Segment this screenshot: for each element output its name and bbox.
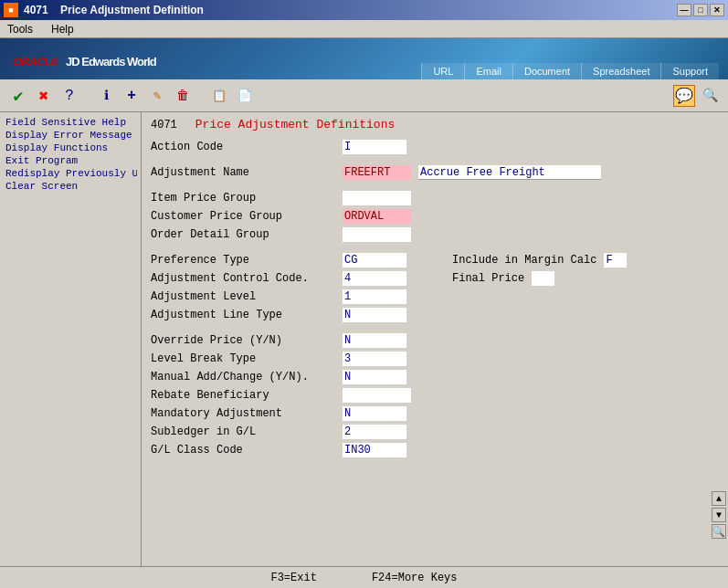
form-header: 4071 Price Adjustment Definitions bbox=[151, 118, 719, 131]
oracle-logo: ORACLE JD Edwards World bbox=[9, 47, 156, 71]
mandatory-adjustment-row: Mandatory Adjustment bbox=[151, 405, 719, 422]
scroll-down-button[interactable]: ▼ bbox=[712, 508, 726, 522]
title-text: Price Adjustment Definition bbox=[60, 4, 204, 16]
toolbar-add[interactable]: + bbox=[121, 85, 142, 107]
main-content: Field Sensitive Help Display Error Messa… bbox=[0, 112, 728, 566]
adjustment-line-type-label: Adjustment Line Type bbox=[151, 309, 343, 321]
item-price-group-label: Item Price Group bbox=[151, 192, 343, 205]
adjustment-control-row: Adjustment Control Code. Final Price bbox=[151, 270, 719, 287]
toolbar-edit[interactable]: ✎ bbox=[146, 85, 168, 107]
menu-help[interactable]: Help bbox=[47, 22, 78, 37]
form-area-wrapper: 4071 Price Adjustment Definitions Action… bbox=[142, 112, 728, 566]
order-detail-group-input[interactable] bbox=[343, 227, 411, 242]
adjustment-control-label: Adjustment Control Code. bbox=[151, 272, 343, 285]
sidebar-item-field-sensitive-help[interactable]: Field Sensitive Help bbox=[4, 116, 137, 129]
toolbar-help[interactable]: ? bbox=[58, 85, 80, 107]
status-f3: F3=Exit bbox=[270, 572, 316, 584]
adjustment-name-label: Adjustment Name bbox=[151, 166, 343, 179]
nav-spreadsheet[interactable]: Spreadsheet bbox=[581, 63, 660, 79]
sidebar-item-display-functions[interactable]: Display Functions bbox=[4, 142, 137, 154]
subledger-gl-input[interactable] bbox=[343, 425, 406, 439]
item-price-group-row: Item Price Group bbox=[151, 190, 719, 206]
form-title: Price Adjustment Definitions bbox=[195, 118, 395, 131]
gl-class-code-row: G/L Class Code bbox=[151, 442, 719, 458]
maximize-button[interactable]: □ bbox=[693, 4, 708, 16]
adjustment-control-input[interactable] bbox=[343, 271, 406, 286]
title-bar: ■ 4071 Price Adjustment Definition — □ ✕ bbox=[0, 0, 728, 20]
override-price-input[interactable] bbox=[343, 333, 406, 348]
form-area: 4071 Price Adjustment Definitions Action… bbox=[142, 112, 728, 466]
banner-nav: URL Email Document Spreadsheet Support bbox=[421, 63, 719, 79]
order-detail-group-label: Order Detail Group bbox=[151, 228, 343, 241]
customer-price-group-label: Customer Price Group bbox=[151, 210, 343, 223]
customer-price-group-input[interactable] bbox=[343, 209, 411, 224]
form-id: 4071 bbox=[151, 119, 177, 131]
subledger-gl-label: Subledger in G/L bbox=[151, 425, 343, 438]
window-controls: — □ ✕ bbox=[677, 4, 724, 16]
action-code-label: Action Code bbox=[151, 141, 343, 153]
nav-url[interactable]: URL bbox=[421, 63, 464, 79]
preference-type-row: Preference Type Include in Margin Calc bbox=[151, 252, 719, 268]
sidebar-item-exit-program[interactable]: Exit Program bbox=[4, 154, 137, 167]
include-margin-input[interactable] bbox=[604, 253, 627, 268]
action-code-row: Action Code bbox=[151, 139, 719, 155]
level-break-type-label: Level Break Type bbox=[151, 352, 343, 365]
toolbar-search[interactable]: 🔍 bbox=[699, 85, 721, 107]
status-bar: F3=Exit F24=More Keys bbox=[0, 566, 728, 588]
subledger-gl-row: Subledger in G/L bbox=[151, 424, 719, 440]
override-price-row: Override Price (Y/N) bbox=[151, 332, 719, 349]
sidebar-item-clear-screen[interactable]: Clear Screen bbox=[4, 180, 137, 193]
level-break-type-row: Level Break Type bbox=[151, 351, 719, 367]
menu-tools[interactable]: Tools bbox=[4, 22, 37, 37]
nav-email[interactable]: Email bbox=[464, 63, 512, 79]
adjustment-name-desc-input[interactable] bbox=[418, 165, 601, 180]
final-price-label: Final Price bbox=[452, 272, 524, 285]
action-code-input[interactable] bbox=[343, 140, 406, 154]
adjustment-level-input[interactable] bbox=[343, 289, 406, 304]
mandatory-adjustment-input[interactable] bbox=[343, 406, 406, 421]
mandatory-adjustment-label: Mandatory Adjustment bbox=[151, 407, 343, 420]
nav-document[interactable]: Document bbox=[512, 63, 581, 79]
toolbar-cancel[interactable]: ✖ bbox=[33, 85, 55, 107]
sidebar-item-display-error[interactable]: Display Error Message bbox=[4, 129, 137, 142]
sidebar: Field Sensitive Help Display Error Messa… bbox=[0, 112, 142, 566]
preference-type-input[interactable] bbox=[343, 253, 406, 268]
include-margin-label: Include in Margin Calc bbox=[452, 254, 596, 267]
toolbar-copy[interactable]: 📋 bbox=[208, 85, 230, 107]
jde-text: JD Edwards World bbox=[66, 55, 156, 68]
final-price-input[interactable] bbox=[532, 271, 554, 286]
item-price-group-input[interactable] bbox=[343, 191, 411, 205]
nav-support[interactable]: Support bbox=[660, 63, 719, 79]
toolbar-delete[interactable]: 🗑 bbox=[172, 85, 194, 107]
close-button[interactable]: ✕ bbox=[710, 4, 724, 16]
manual-add-change-input[interactable] bbox=[343, 370, 406, 384]
level-break-type-input[interactable] bbox=[343, 352, 406, 366]
manual-add-change-row: Manual Add/Change (Y/N). bbox=[151, 369, 719, 385]
window-title: 4071 Price Adjustment Definition bbox=[24, 4, 677, 16]
zoom-button[interactable]: 🔍 bbox=[712, 524, 726, 539]
right-scroll: ▲ ▼ 🔍 bbox=[712, 491, 726, 539]
toolbar-info[interactable]: ℹ bbox=[95, 85, 117, 107]
scroll-up-button[interactable]: ▲ bbox=[712, 491, 726, 506]
rebate-beneficiary-row: Rebate Beneficiary bbox=[151, 387, 719, 404]
rebate-beneficiary-input[interactable] bbox=[343, 388, 411, 403]
adjustment-line-type-row: Adjustment Line Type bbox=[151, 307, 719, 323]
toolbar-chat[interactable]: 💬 bbox=[673, 85, 695, 107]
status-f24: F24=More Keys bbox=[372, 572, 458, 584]
adjustment-name-row: Adjustment Name bbox=[151, 164, 719, 181]
adjustment-name-input[interactable] bbox=[343, 165, 411, 180]
order-detail-group-row: Order Detail Group bbox=[151, 226, 719, 243]
app-icon: ■ bbox=[4, 3, 18, 17]
adjustment-line-type-input[interactable] bbox=[343, 308, 406, 322]
toolbar-paste[interactable]: 📄 bbox=[234, 85, 256, 107]
minimize-button[interactable]: — bbox=[677, 4, 691, 16]
customer-price-group-row: Customer Price Group bbox=[151, 208, 719, 225]
override-price-label: Override Price (Y/N) bbox=[151, 334, 343, 347]
manual-add-change-label: Manual Add/Change (Y/N). bbox=[151, 371, 343, 383]
menu-bar: Tools Help bbox=[0, 20, 728, 38]
gl-class-code-input[interactable] bbox=[343, 443, 406, 457]
toolbar-confirm[interactable]: ✔ bbox=[7, 85, 29, 107]
rebate-beneficiary-label: Rebate Beneficiary bbox=[151, 389, 343, 402]
oracle-banner: ORACLE JD Edwards World URL Email Docume… bbox=[0, 38, 728, 79]
sidebar-item-redisplay[interactable]: Redisplay Previously U bbox=[4, 167, 137, 180]
